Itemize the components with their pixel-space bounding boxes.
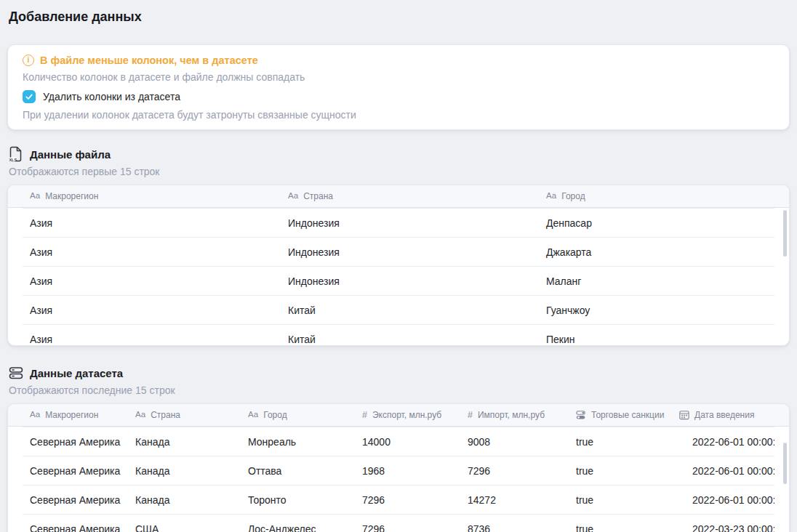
- table-cell: true: [569, 436, 672, 448]
- table-cell: Китай: [281, 305, 539, 316]
- table-row: Северная АмерикаКанадаМонреаль140009008t…: [23, 427, 774, 456]
- column-header: АаСтрана: [128, 410, 241, 420]
- file-table-scrollbar[interactable]: [783, 210, 787, 257]
- table-cell: 14000: [355, 436, 460, 448]
- column-header-label: Дата введения: [694, 410, 754, 420]
- table-cell: 1968: [355, 465, 460, 477]
- dataset-data-table-card: АаМакрорегионАаСтранаАаГород#Экспорт, мл…: [7, 403, 790, 532]
- toggle-icon: [576, 410, 586, 420]
- column-header-label: Макрорегион: [45, 191, 98, 201]
- table-cell: Северная Америка: [23, 523, 128, 532]
- add-data-page: Добавление данных i В файле меньше колон…: [0, 9, 797, 532]
- column-header: АаГород: [241, 410, 355, 420]
- info-circle-icon: i: [23, 55, 34, 66]
- column-header-label: Город: [263, 410, 287, 420]
- table-row: АзияКитайГуанчжоу: [23, 295, 774, 324]
- dataset-data-title: Данные датасета: [30, 367, 123, 379]
- table-cell: Оттава: [241, 465, 355, 477]
- table-cell: Канада: [128, 436, 241, 448]
- column-header: #Экспорт, млн.руб: [355, 410, 460, 420]
- table-cell: 7296: [355, 523, 460, 532]
- table-cell: Северная Америка: [23, 494, 128, 506]
- column-header-label: Экспорт, млн.руб: [372, 410, 441, 420]
- table-row: АзияИндонезияДжакарта: [23, 237, 774, 266]
- database-rows-icon: [9, 365, 23, 381]
- table-cell: true: [569, 523, 672, 532]
- table-cell: Гуанчжоу: [539, 305, 774, 316]
- table-cell: Канада: [128, 494, 241, 506]
- column-header-label: Макрорегион: [45, 410, 98, 420]
- text-type-icon: Аа: [135, 411, 145, 419]
- file-data-table: АаМакрорегионАаСтранаАаГородАзияИндонези…: [8, 185, 789, 346]
- table-cell: Северная Америка: [23, 436, 128, 448]
- text-type-icon: Аа: [288, 192, 298, 201]
- file-data-section-header: XLS Данные файла: [9, 146, 788, 162]
- table-row: Северная АмерикаКанадаОттава19687296true…: [23, 456, 774, 485]
- table-row: Северная АмерикаКанадаТоронто729614272tr…: [23, 485, 774, 514]
- table-cell: Индонезия: [281, 275, 539, 287]
- table-cell: 14272: [460, 494, 569, 506]
- number-type-icon: #: [362, 411, 367, 420]
- columns-warning-card: i В файле меньше колонок, чем в датасете…: [7, 44, 790, 130]
- table-cell: Северная Америка: [23, 465, 128, 477]
- table-cell: США: [128, 523, 241, 532]
- page-title: Добавление данных: [9, 9, 788, 25]
- warning-title-row: i В файле меньше колонок, чем в датасете: [23, 55, 774, 66]
- file-data-subtitle: Отображаются первые 15 строк: [9, 164, 788, 179]
- table-cell: Азия: [23, 334, 281, 345]
- file-data-table-card: АаМакрорегионАаСтранаАаГородАзияИндонези…: [7, 185, 790, 346]
- table-cell: Лос-Анджелес: [241, 523, 355, 532]
- warning-subtitle: Количество колонок в датасете и файле до…: [23, 70, 774, 84]
- table-row: АзияКитайПекин: [23, 324, 774, 346]
- table-row: Северная АмерикаСШАЛос-Анджелес72968736t…: [23, 514, 774, 532]
- table-cell: 9008: [460, 436, 569, 448]
- column-header: АаМакрорегион: [23, 191, 281, 201]
- table-cell: 2022-03-23 00:00:00: [672, 523, 774, 532]
- table-cell: true: [569, 465, 672, 477]
- calendar-icon: [679, 410, 689, 420]
- dataset-table-scrollbar[interactable]: [783, 443, 787, 484]
- text-type-icon: Аа: [248, 411, 258, 419]
- number-type-icon: #: [468, 411, 473, 420]
- column-header: АаМакрорегион: [23, 410, 128, 420]
- column-header-label: Импорт, млн,руб: [478, 410, 545, 420]
- table-header-row: АаМакрорегионАаСтранаАаГород#Экспорт, мл…: [8, 404, 789, 427]
- delete-columns-label[interactable]: Удалить колонки из датасета: [43, 91, 180, 102]
- dataset-data-table: АаМакрорегионАаСтранаАаГород#Экспорт, мл…: [8, 404, 789, 532]
- column-header-label: Страна: [303, 191, 333, 201]
- table-cell: Денпасар: [539, 217, 774, 229]
- text-type-icon: Аа: [546, 192, 556, 201]
- table-cell: Монреаль: [241, 436, 355, 448]
- table-cell: Азия: [23, 217, 281, 229]
- warning-title: В файле меньше колонок, чем в датасете: [40, 55, 258, 66]
- table-cell: Индонезия: [281, 217, 539, 229]
- table-cell: Канада: [128, 465, 241, 477]
- column-header: Дата введения: [672, 410, 774, 420]
- table-cell: Торонто: [241, 494, 355, 506]
- table-cell: Азия: [23, 305, 281, 316]
- table-cell: Джакарта: [539, 246, 774, 258]
- delete-columns-checkbox[interactable]: [23, 90, 36, 103]
- table-cell: 8736: [460, 523, 569, 532]
- table-cell: true: [569, 494, 672, 506]
- table-cell: 7296: [355, 494, 460, 506]
- warning-note: При удалении колонок датасета будут затр…: [23, 108, 774, 121]
- table-cell: 2022-06-01 00:00:00: [672, 494, 774, 506]
- check-icon: [25, 92, 33, 101]
- column-header: АаГород: [539, 191, 774, 201]
- text-type-icon: Аа: [30, 411, 40, 419]
- column-header-label: Страна: [151, 410, 180, 420]
- column-header: АаСтрана: [281, 191, 539, 201]
- dataset-data-subtitle: Отображаются последние 15 строк: [9, 383, 788, 398]
- column-header: Торговые санкции: [569, 410, 672, 420]
- table-header-row: АаМакрорегионАаСтранаАаГород: [8, 185, 789, 208]
- table-cell: Пекин: [539, 334, 774, 345]
- table-cell: Азия: [23, 246, 281, 258]
- table-cell: 2022-06-01 00:00:00: [672, 436, 774, 448]
- table-cell: Азия: [23, 275, 281, 287]
- table-row: АзияИндонезияМаланг: [23, 266, 774, 295]
- svg-text:XLS: XLS: [9, 158, 17, 162]
- table-row: АзияИндонезияДенпасар: [23, 208, 774, 237]
- dataset-data-section-header: Данные датасета: [9, 365, 788, 381]
- column-header-label: Торговые санкции: [591, 410, 664, 420]
